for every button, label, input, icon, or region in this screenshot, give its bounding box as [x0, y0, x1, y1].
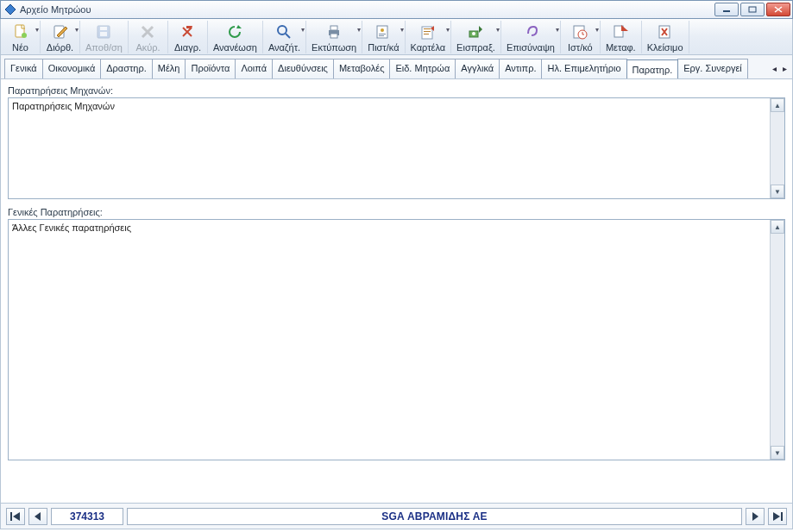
tab-10[interactable]: Αντιπρ.	[499, 59, 542, 78]
toolbar-button-label: Πιστ/κά	[368, 42, 399, 53]
machine-notes-scrollbar[interactable]: ▲ ▼	[770, 98, 784, 198]
scroll-up-button[interactable]: ▲	[771, 98, 784, 112]
edit-toolbar-button[interactable]: ▾Διόρθ.	[41, 21, 80, 53]
cancel-toolbar-button: Ακύρ.	[129, 21, 168, 53]
maximize-button[interactable]	[740, 3, 765, 16]
tab-13[interactable]: Εργ. Συνεργεί	[677, 59, 748, 78]
attach-toolbar-button[interactable]: ▾Επισύναψη	[501, 21, 561, 53]
record-id-field[interactable]: 374313	[51, 508, 123, 525]
tab-0[interactable]: Γενικά	[4, 59, 43, 78]
toolbar-button-label: Διαγρ.	[174, 42, 201, 53]
history-toolbar-button[interactable]: ▾Ιστ/κό	[561, 21, 601, 53]
svg-rect-2	[749, 7, 756, 12]
tab-4[interactable]: Προϊόντα	[185, 59, 236, 78]
close-doc-toolbar-button[interactable]: Κλείσιμο	[642, 21, 689, 53]
general-notes-textarea[interactable]: Άλλες Γενικές παρατηρήσεις ▲ ▼	[8, 219, 785, 460]
toolbar-button-label: Αποθ/ση	[85, 42, 123, 53]
svg-marker-38	[773, 512, 780, 521]
toolbar-button-label: Ακύρ.	[135, 42, 160, 53]
dropdown-arrow-icon: ▾	[400, 26, 404, 34]
record-name-field[interactable]: SGA ΑΒΡΑΜΙΔΗΣ ΑΕ	[127, 508, 742, 525]
tab-11[interactable]: Ηλ. Επιμελητήριο	[541, 59, 626, 78]
toolbar-button-label: Ανανέωση	[213, 42, 257, 53]
history-icon	[570, 22, 589, 41]
attach-icon	[521, 22, 540, 41]
machine-notes-text: Παρατηρήσεις Μηχανών	[12, 101, 115, 111]
tab-1[interactable]: Οικονομικά	[42, 59, 102, 78]
save-icon	[94, 22, 113, 41]
money-in-toolbar-button[interactable]: ▾Εισπραξ.	[451, 21, 501, 53]
prev-record-button[interactable]	[28, 508, 47, 525]
close-doc-icon	[656, 22, 675, 41]
toolbar-button-label: Αναζήτ.	[268, 42, 300, 53]
toolbar-button-label: Καρτέλα	[411, 42, 446, 53]
svg-rect-34	[10, 512, 12, 521]
minimize-button[interactable]	[714, 3, 739, 16]
svg-point-6	[22, 33, 27, 38]
svg-rect-9	[100, 27, 107, 30]
window-title: Αρχείο Μητρώου	[20, 4, 714, 15]
dropdown-arrow-icon: ▾	[357, 26, 361, 34]
machine-notes-textarea[interactable]: Παρατηρήσεις Μηχανών ▲ ▼	[8, 97, 785, 199]
first-record-button[interactable]	[6, 508, 25, 525]
svg-rect-23	[424, 31, 431, 32]
credentials-toolbar-button[interactable]: ▾Πιστ/κά	[362, 21, 405, 53]
tab-scroll-buttons: ◂ ▸	[770, 62, 789, 74]
credentials-icon	[374, 22, 393, 41]
tab-6[interactable]: Διευθύνσεις	[272, 59, 334, 78]
save-toolbar-button: Αποθ/ση	[80, 21, 129, 53]
dropdown-arrow-icon: ▾	[75, 26, 79, 34]
tab-3[interactable]: Μέλη	[152, 59, 186, 78]
refresh-icon	[225, 22, 244, 41]
svg-line-13	[286, 34, 290, 38]
svg-rect-15	[330, 26, 337, 30]
svg-rect-10	[100, 32, 107, 36]
refresh-toolbar-button[interactable]: Ανανέωση	[208, 21, 263, 53]
dropdown-arrow-icon: ▾	[556, 26, 559, 34]
main-toolbar: ▾Νέο▾Διόρθ.Αποθ/σηΑκύρ.Διαγρ.Ανανέωση▾Αν…	[0, 19, 793, 55]
delete-icon	[178, 22, 197, 41]
dropdown-arrow-icon: ▾	[35, 26, 39, 34]
print-toolbar-button[interactable]: ▾Εκτύπωση	[306, 21, 362, 53]
last-record-button[interactable]	[768, 508, 787, 525]
dropdown-arrow-icon: ▾	[301, 26, 305, 34]
svg-point-12	[278, 26, 286, 34]
transfer-icon	[611, 22, 630, 41]
transfer-toolbar-button[interactable]: Μεταφ.	[601, 21, 642, 53]
scroll-up-button[interactable]: ▲	[771, 220, 784, 234]
scroll-down-button[interactable]: ▼	[771, 185, 784, 198]
content-area: Παρατηρήσεις Μηχανών: Παρατηρήσεις Μηχαν…	[0, 79, 793, 504]
delete-toolbar-button[interactable]: Διαγρ.	[168, 21, 208, 53]
machine-notes-section: Παρατηρήσεις Μηχανών: Παρατηρήσεις Μηχαν…	[8, 84, 785, 199]
svg-rect-19	[379, 34, 386, 34]
general-notes-scrollbar[interactable]: ▲ ▼	[770, 220, 784, 460]
search-toolbar-button[interactable]: ▾Αναζήτ.	[263, 21, 306, 53]
card-toolbar-button[interactable]: ▾Καρτέλα	[406, 21, 452, 53]
tab-8[interactable]: Ειδ. Μητρώα	[389, 59, 456, 78]
tab-9[interactable]: Αγγλικά	[455, 59, 500, 78]
machine-notes-label: Παρατηρήσεις Μηχανών:	[8, 84, 785, 97]
tab-7[interactable]: Μεταβολές	[333, 59, 391, 78]
toolbar-button-label: Διόρθ.	[47, 42, 73, 53]
new-doc-icon	[11, 22, 30, 41]
svg-rect-1	[723, 10, 730, 12]
svg-marker-0	[5, 4, 16, 15]
new-doc-toolbar-button[interactable]: ▾Νέο	[1, 21, 41, 53]
tab-5[interactable]: Λοιπά	[235, 59, 273, 78]
close-button[interactable]	[766, 3, 790, 16]
scroll-down-button[interactable]: ▼	[771, 446, 784, 460]
toolbar-button-label: Μεταφ.	[606, 42, 636, 53]
svg-rect-22	[424, 28, 431, 29]
svg-rect-24	[424, 34, 429, 34]
general-notes-section: Γενικές Παρατηρήσεις: Άλλες Γενικές παρα…	[8, 206, 785, 460]
tab-2[interactable]: Δραστηρ.	[100, 59, 153, 78]
next-record-button[interactable]	[746, 508, 765, 525]
record-navigator: 374313 SGA ΑΒΡΑΜΙΔΗΣ ΑΕ	[0, 504, 793, 529]
tab-scroll-left-button[interactable]: ◂	[770, 62, 778, 74]
tab-12[interactable]: Παρατηρ.	[626, 59, 679, 78]
dropdown-arrow-icon: ▾	[595, 26, 599, 34]
dropdown-arrow-icon: ▾	[496, 26, 500, 34]
svg-point-27	[472, 32, 475, 35]
tab-scroll-right-button[interactable]: ▸	[780, 62, 789, 74]
toolbar-button-label: Εκτύπωση	[312, 42, 356, 53]
